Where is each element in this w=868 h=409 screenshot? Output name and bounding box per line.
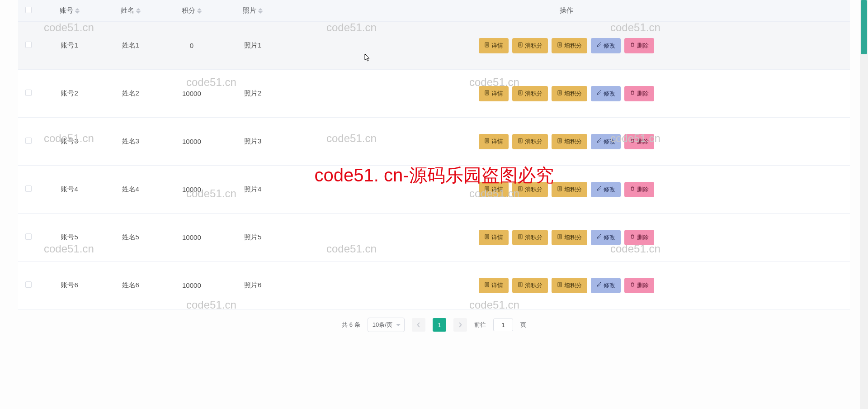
cell-points: 10000 xyxy=(161,214,222,262)
sort-icon xyxy=(258,8,263,14)
table-row: 账号2姓名210000照片2详情消积分增积分修改删除 xyxy=(18,70,850,118)
pager-prev-button[interactable] xyxy=(412,318,425,332)
cell-account: 账号1 xyxy=(39,22,100,70)
row-checkbox[interactable] xyxy=(25,42,32,48)
cell-photo: 照片3 xyxy=(222,118,283,166)
consume-points-button[interactable]: 消积分 xyxy=(512,230,548,245)
delete-button[interactable]: 删除 xyxy=(624,278,654,293)
row-checkbox[interactable] xyxy=(25,90,32,96)
document-icon xyxy=(518,282,523,289)
pagination: 共 6 条 10条/页 1 前往 页 xyxy=(18,309,850,336)
row-checkbox[interactable] xyxy=(25,281,32,288)
row-checkbox[interactable] xyxy=(25,233,32,240)
cell-account: 账号3 xyxy=(39,118,100,166)
edit-button[interactable]: 修改 xyxy=(591,230,621,245)
table-row: 账号1姓名10照片1详情消积分增积分修改删除 xyxy=(18,22,850,70)
consume-points-button[interactable]: 消积分 xyxy=(512,278,548,293)
cell-account: 账号6 xyxy=(39,262,100,309)
cell-account: 账号2 xyxy=(39,70,100,118)
data-table: 账号 姓名 积分 照片 操作 账号1姓名10照片1详情消积分增积分修改删除账号2… xyxy=(18,0,850,309)
cell-name: 姓名4 xyxy=(100,166,161,214)
cell-name: 姓名1 xyxy=(100,22,161,70)
consume-points-button[interactable]: 消积分 xyxy=(512,134,548,149)
details-button[interactable]: 详情 xyxy=(479,182,509,197)
cell-photo: 照片6 xyxy=(222,262,283,309)
edit-button[interactable]: 修改 xyxy=(591,278,621,293)
delete-button[interactable]: 删除 xyxy=(624,86,654,101)
delete-button[interactable]: 删除 xyxy=(624,182,654,197)
delete-button[interactable]: 删除 xyxy=(624,230,654,245)
pager-page-1[interactable]: 1 xyxy=(433,318,446,332)
document-icon xyxy=(557,234,562,241)
document-icon xyxy=(484,234,490,241)
edit-button[interactable]: 修改 xyxy=(591,86,621,101)
add-points-button[interactable]: 增积分 xyxy=(552,230,587,245)
details-button[interactable]: 详情 xyxy=(479,134,509,149)
add-points-button[interactable]: 增积分 xyxy=(552,182,587,197)
header-points[interactable]: 积分 xyxy=(161,0,222,22)
edit-icon xyxy=(596,90,602,97)
chevron-right-icon xyxy=(458,322,463,328)
trash-icon xyxy=(630,138,635,145)
edit-button[interactable]: 修改 xyxy=(591,134,621,149)
document-icon xyxy=(518,42,523,49)
sort-icon xyxy=(136,8,141,14)
cell-name: 姓名6 xyxy=(100,262,161,309)
sort-icon xyxy=(75,8,80,14)
row-checkbox[interactable] xyxy=(25,185,32,192)
cell-points: 10000 xyxy=(161,166,222,214)
trash-icon xyxy=(630,186,635,193)
cell-photo: 照片4 xyxy=(222,166,283,214)
row-checkbox[interactable] xyxy=(25,138,32,144)
scrollbar-thumb[interactable] xyxy=(861,0,867,54)
delete-button[interactable]: 删除 xyxy=(624,134,654,149)
cell-photo: 照片2 xyxy=(222,70,283,118)
header-ops: 操作 xyxy=(283,0,850,22)
add-points-button[interactable]: 增积分 xyxy=(552,278,587,293)
document-icon xyxy=(518,234,523,241)
details-button[interactable]: 详情 xyxy=(479,278,509,293)
sort-icon xyxy=(197,8,202,14)
select-all-checkbox[interactable] xyxy=(25,7,32,13)
consume-points-button[interactable]: 消积分 xyxy=(512,182,548,197)
edit-button[interactable]: 修改 xyxy=(591,182,621,197)
pager-next-button[interactable] xyxy=(453,318,467,332)
consume-points-button[interactable]: 消积分 xyxy=(512,86,548,101)
document-icon xyxy=(484,138,490,145)
edit-icon xyxy=(596,138,602,145)
edit-icon xyxy=(596,282,602,289)
add-points-button[interactable]: 增积分 xyxy=(552,134,587,149)
details-button[interactable]: 详情 xyxy=(479,230,509,245)
cell-photo: 照片5 xyxy=(222,214,283,262)
table-row: 账号3姓名310000照片3详情消积分增积分修改删除 xyxy=(18,118,850,166)
page-size-select[interactable]: 10条/页 xyxy=(368,318,405,332)
document-icon xyxy=(557,90,562,97)
edit-button[interactable]: 修改 xyxy=(591,38,621,53)
header-photo[interactable]: 照片 xyxy=(222,0,283,22)
document-icon xyxy=(557,186,562,193)
pager-goto-input[interactable] xyxy=(493,319,513,331)
header-checkbox-col xyxy=(18,0,39,22)
details-button[interactable]: 详情 xyxy=(479,86,509,101)
cell-points: 10000 xyxy=(161,262,222,309)
document-icon xyxy=(557,42,562,49)
cell-points: 10000 xyxy=(161,70,222,118)
trash-icon xyxy=(630,234,635,241)
header-name[interactable]: 姓名 xyxy=(100,0,161,22)
document-icon xyxy=(484,186,490,193)
document-icon xyxy=(518,90,523,97)
consume-points-button[interactable]: 消积分 xyxy=(512,38,548,53)
document-icon xyxy=(518,186,523,193)
add-points-button[interactable]: 增积分 xyxy=(552,86,587,101)
scrollbar-track[interactable] xyxy=(860,0,868,409)
delete-button[interactable]: 删除 xyxy=(624,38,654,53)
add-points-button[interactable]: 增积分 xyxy=(552,38,587,53)
trash-icon xyxy=(630,282,635,289)
header-account[interactable]: 账号 xyxy=(39,0,100,22)
cell-name: 姓名2 xyxy=(100,70,161,118)
pager-goto-label: 前往 xyxy=(474,321,486,329)
document-icon xyxy=(557,138,562,145)
details-button[interactable]: 详情 xyxy=(479,38,509,53)
cell-points: 10000 xyxy=(161,118,222,166)
edit-icon xyxy=(596,186,602,193)
